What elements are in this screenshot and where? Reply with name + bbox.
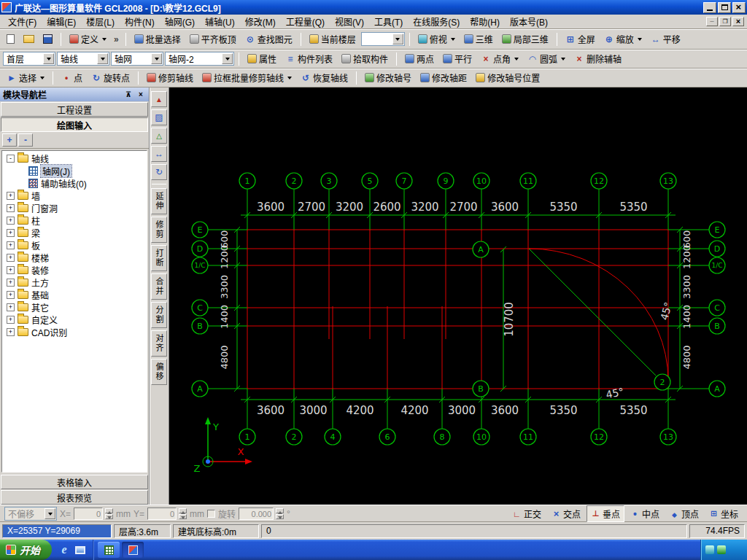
find-element-button[interactable]: ⊙查找图元 bbox=[241, 31, 296, 47]
mirror-tool-icon[interactable] bbox=[151, 128, 167, 144]
grid-name-combo[interactable]: 轴网-2 bbox=[165, 52, 234, 66]
x-spinner[interactable] bbox=[105, 508, 113, 519]
expander-icon[interactable] bbox=[7, 217, 15, 225]
snap-perpendicular-button[interactable]: 垂点 bbox=[587, 505, 624, 522]
sidebar-item-beam[interactable]: 梁 bbox=[2, 227, 147, 239]
tray-icon-2[interactable] bbox=[717, 545, 726, 554]
mdi-minimize-button[interactable] bbox=[706, 17, 718, 26]
point-button[interactable]: •点 bbox=[58, 69, 86, 86]
sidebar-item-foundation[interactable]: 基础 bbox=[2, 289, 147, 301]
snap-vertex-button[interactable]: 顶点 bbox=[665, 505, 703, 522]
sidebar-item-grid[interactable]: 轴网(J) bbox=[2, 165, 147, 177]
expander-icon[interactable] bbox=[7, 192, 15, 200]
sidebar-item-earthwork[interactable]: 土方 bbox=[2, 276, 147, 289]
modify-axis-spacing-button[interactable]: 修改轴距 bbox=[417, 69, 471, 86]
toolbar-overflow-chevron[interactable] bbox=[112, 34, 121, 44]
menu-item-modify[interactable]: 修改(M) bbox=[240, 14, 281, 29]
drawing-input-button[interactable]: 绘图输入 bbox=[1, 117, 148, 132]
expander-icon[interactable] bbox=[7, 204, 15, 212]
new-button[interactable] bbox=[3, 32, 18, 46]
batch-select-button[interactable]: 批量选择 bbox=[131, 31, 185, 47]
fillet-tool-icon[interactable] bbox=[151, 91, 167, 107]
box-trim-axis-button[interactable]: 拉框批量修剪轴线 bbox=[198, 69, 295, 86]
sidebar-item-slab[interactable]: 板 bbox=[2, 239, 147, 252]
restore-button[interactable] bbox=[718, 2, 731, 13]
panel-close-icon[interactable] bbox=[136, 90, 146, 99]
delete-aux-button[interactable]: ×删除辅轴 bbox=[570, 50, 625, 67]
snap-coordinate-button[interactable]: 坐标 bbox=[705, 505, 743, 522]
current-floor-button[interactable]: 当前楼层 bbox=[306, 31, 360, 47]
menu-item-aux-axis[interactable]: 辅轴(U) bbox=[200, 14, 240, 29]
pick-component-button[interactable]: 拾取构件 bbox=[338, 50, 392, 67]
modify-axis-number-pos-button[interactable]: 修改轴号位置 bbox=[472, 69, 543, 86]
point-angle-aux-button[interactable]: ×点角 bbox=[477, 50, 522, 67]
zoom-button[interactable]: ⊕缩放 bbox=[600, 31, 646, 47]
drawing-area[interactable]: 1235791011121336002700320026003200270036… bbox=[169, 88, 747, 505]
y-spinner[interactable] bbox=[179, 508, 187, 519]
menu-item-version[interactable]: 版本号(B) bbox=[505, 14, 553, 29]
arc-aux-button[interactable]: ◠圆弧 bbox=[524, 50, 569, 67]
menu-item-edit[interactable]: 编辑(E) bbox=[42, 14, 81, 29]
align-tool-button[interactable]: 对齐 bbox=[151, 330, 167, 357]
menu-item-file[interactable]: 文件(F) bbox=[3, 14, 42, 29]
expander-icon[interactable] bbox=[7, 241, 15, 249]
top-view-button[interactable]: 俯视 bbox=[414, 31, 459, 47]
rotate-tool-icon[interactable] bbox=[151, 164, 167, 180]
menu-item-online-service[interactable]: 在线服务(S) bbox=[408, 14, 465, 29]
current-floor-combo[interactable] bbox=[361, 32, 405, 46]
sidebar-item-door-window[interactable]: 门窗洞 bbox=[2, 202, 147, 214]
local-three-d-button[interactable]: 局部三维 bbox=[498, 31, 552, 47]
taskbar-item-gcl-active[interactable] bbox=[122, 542, 144, 558]
snap-intersection-button[interactable]: 交点 bbox=[547, 505, 585, 522]
sidebar-item-wall[interactable]: 墙 bbox=[2, 190, 147, 202]
full-screen-button[interactable]: ⊞全屏 bbox=[562, 31, 599, 47]
close-button[interactable] bbox=[732, 2, 746, 13]
mdi-close-button[interactable] bbox=[732, 17, 744, 26]
expander-icon[interactable] bbox=[7, 303, 15, 311]
expander-icon[interactable] bbox=[7, 291, 15, 299]
chevron-down-icon[interactable] bbox=[222, 53, 233, 64]
chevron-down-icon[interactable] bbox=[43, 53, 54, 64]
three-d-button[interactable]: 三维 bbox=[460, 31, 497, 47]
taskbar-item-1[interactable] bbox=[98, 542, 120, 558]
expander-icon[interactable] bbox=[7, 155, 15, 163]
sidebar-item-axis[interactable]: 轴线 bbox=[2, 152, 147, 165]
expander-icon[interactable] bbox=[7, 316, 15, 324]
axis-grid-drawing[interactable]: 1235791011121336002700320026003200270036… bbox=[169, 88, 747, 505]
sidebar-item-decoration[interactable]: 装修 bbox=[2, 264, 147, 276]
chevron-down-icon[interactable] bbox=[392, 34, 403, 44]
rotate-checkbox[interactable] bbox=[207, 510, 215, 518]
modify-axis-number-button[interactable]: 修改轴号 bbox=[361, 69, 415, 86]
table-input-button[interactable]: 表格输入 bbox=[1, 475, 148, 489]
remove-button[interactable] bbox=[18, 133, 33, 147]
expander-icon[interactable] bbox=[7, 266, 15, 274]
expander-icon[interactable] bbox=[7, 254, 15, 262]
pin-icon[interactable] bbox=[123, 90, 133, 99]
menu-item-component[interactable]: 构件(N) bbox=[120, 14, 160, 29]
save-button[interactable] bbox=[39, 32, 56, 46]
menu-item-grid[interactable]: 轴网(G) bbox=[160, 14, 200, 29]
menu-item-tools[interactable]: 工具(T) bbox=[369, 14, 408, 29]
split-tool-button[interactable]: 分割 bbox=[151, 302, 167, 328]
open-button[interactable] bbox=[20, 33, 38, 45]
tray-icon-1[interactable] bbox=[705, 545, 714, 554]
break-tool-button[interactable]: 打断 bbox=[151, 245, 167, 271]
floor-combo[interactable]: 首层 bbox=[3, 52, 55, 66]
report-preview-button[interactable]: 报表预览 bbox=[1, 490, 148, 505]
sidebar-item-custom[interactable]: 自定义 bbox=[2, 314, 147, 326]
chevron-down-icon[interactable] bbox=[97, 53, 108, 64]
grid-combo[interactable]: 轴网 bbox=[111, 52, 163, 66]
component-list-button[interactable]: ≡构件列表 bbox=[282, 50, 336, 67]
move-tool-icon[interactable] bbox=[151, 146, 167, 162]
chevron-down-icon[interactable] bbox=[151, 53, 162, 64]
hatch-tool-icon[interactable] bbox=[151, 109, 167, 125]
sidebar-item-cad-recognition[interactable]: CAD识别 bbox=[2, 326, 147, 338]
merge-tool-button[interactable]: 合并 bbox=[151, 273, 167, 300]
angle-input[interactable] bbox=[239, 508, 274, 520]
restore-axis-button[interactable]: ↺恢复轴线 bbox=[297, 69, 352, 86]
sidebar-item-column[interactable]: 柱 bbox=[2, 214, 147, 227]
align-slab-top-button[interactable]: 平齐板顶 bbox=[186, 31, 240, 47]
extend-tool-button[interactable]: 延伸 bbox=[151, 188, 167, 214]
menu-item-view[interactable]: 视图(V) bbox=[330, 14, 369, 29]
trim-axis-button[interactable]: 修剪轴线 bbox=[143, 69, 197, 86]
